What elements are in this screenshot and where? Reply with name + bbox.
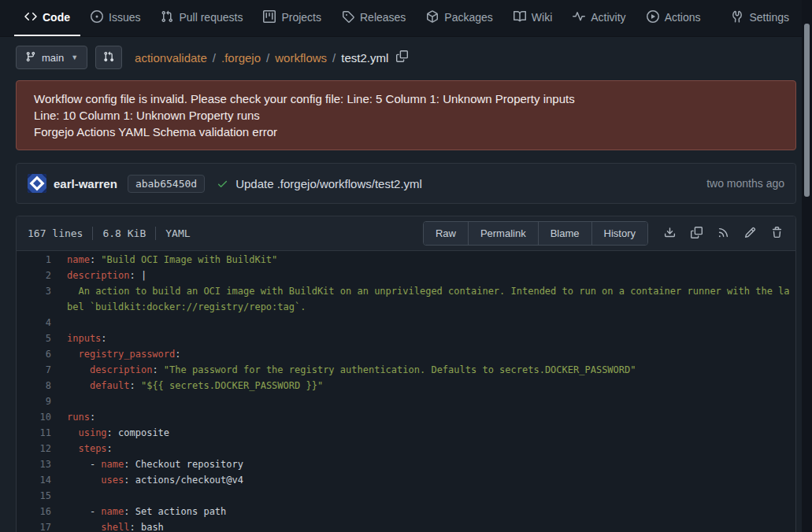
code-line: 10runs:	[17, 409, 795, 425]
tab-label: Pull requests	[179, 11, 243, 24]
tab-activity[interactable]: Activity	[562, 0, 636, 36]
breadcrumb-dir-link[interactable]: workflows	[275, 51, 327, 65]
error-line: Line: 10 Column 1: Unknown Property runs	[34, 107, 778, 124]
code-line: 5inputs:	[17, 331, 795, 346]
download-button[interactable]	[664, 227, 676, 241]
line-content: uses: actions/checkout@v4	[67, 472, 795, 488]
trash-icon	[771, 227, 783, 241]
copy-content-button[interactable]	[691, 227, 703, 241]
line-number[interactable]: 14	[17, 472, 67, 488]
file-path-toolbar: main ▼ actionvalidate / .forgejo / workf…	[16, 45, 796, 70]
line-number[interactable]: 3	[17, 283, 67, 315]
copy-icon	[691, 227, 703, 241]
file-icon-buttons	[664, 227, 784, 241]
line-number[interactable]: 11	[17, 425, 67, 441]
line-content: inputs:	[67, 331, 795, 346]
breadcrumb-current-file: test2.yml	[341, 51, 388, 65]
commit-status-check-icon[interactable]	[217, 178, 228, 190]
tab-packages[interactable]: Packages	[416, 0, 502, 36]
tab-wiki[interactable]: Wiki	[503, 0, 562, 36]
avatar[interactable]	[28, 174, 46, 193]
compare-icon	[103, 51, 114, 65]
line-number[interactable]: 9	[17, 393, 67, 409]
latest-commit-bar: earl-warren abab65450d Update .forgejo/w…	[16, 163, 796, 204]
rss-feed-button[interactable]	[717, 227, 729, 241]
commit-sha-badge[interactable]: abab65450d	[128, 175, 205, 193]
branch-name: main	[42, 52, 64, 64]
workflow-error-banner: Workflow config file is invalid. Please …	[16, 80, 796, 150]
line-number[interactable]: 1	[17, 252, 67, 268]
line-content: default: "${{ secrets.DOCKER_PASSWORD }}…	[67, 378, 795, 393]
file-view: 167 lines 6.8 KiB YAML Raw Permalink Bla…	[16, 216, 796, 532]
view-mode-button-group: Raw Permalink Blame History	[423, 221, 648, 246]
line-number[interactable]: 7	[17, 362, 67, 378]
line-content: name: "Build OCI Image with BuildKit"	[67, 252, 795, 268]
tab-settings[interactable]: Settings	[721, 0, 799, 36]
code-lines: 1name: "Build OCI Image with BuildKit"2d…	[17, 252, 795, 532]
tab-label: Wiki	[532, 11, 552, 24]
code-line: 8 default: "${{ secrets.DOCKER_PASSWORD …	[17, 378, 795, 393]
play-circle-icon	[647, 10, 659, 25]
line-content: description: "The password for the regis…	[67, 362, 795, 378]
line-content: using: composite	[67, 425, 795, 441]
tab-label: Packages	[444, 11, 492, 24]
edit-file-button[interactable]	[744, 227, 756, 241]
scrollbar-track[interactable]	[802, 0, 812, 532]
file-language: YAML	[165, 227, 190, 239]
line-number[interactable]: 16	[17, 504, 67, 519]
code-line: 12 steps:	[17, 441, 795, 456]
line-number[interactable]: 15	[17, 488, 67, 504]
code-line: 3 An action to build an OCI image with B…	[17, 283, 795, 315]
package-icon	[426, 10, 439, 25]
line-number[interactable]: 12	[17, 441, 67, 456]
divider	[92, 227, 93, 240]
tab-projects[interactable]: Projects	[253, 0, 332, 36]
history-button[interactable]: History	[591, 222, 647, 245]
code-line: 6 registry_password:	[17, 346, 795, 362]
branch-selector-button[interactable]: main ▼	[16, 46, 87, 69]
error-line: Forgejo Actions YAML Schema validation e…	[34, 124, 778, 140]
tab-releases[interactable]: Releases	[332, 0, 416, 36]
compare-button[interactable]	[95, 46, 122, 69]
line-content: description: |	[67, 268, 795, 283]
pencil-icon	[744, 227, 756, 241]
permalink-button[interactable]: Permalink	[468, 222, 538, 245]
line-number[interactable]: 4	[17, 315, 67, 331]
code-view: 1name: "Build OCI Image with BuildKit"2d…	[17, 251, 795, 532]
line-number[interactable]: 2	[17, 268, 67, 283]
line-number[interactable]: 13	[17, 456, 67, 472]
line-number[interactable]: 6	[17, 346, 67, 362]
file-line-count: 167 lines	[28, 227, 83, 239]
breadcrumb-separator: /	[213, 51, 216, 65]
tab-code[interactable]: Code	[14, 0, 80, 36]
branch-icon	[25, 51, 36, 65]
tools-icon	[731, 10, 743, 25]
scrollbar-thumb[interactable]	[804, 24, 810, 197]
tab-label: Actions	[665, 11, 701, 24]
tab-actions[interactable]: Actions	[636, 0, 711, 36]
copy-path-button[interactable]	[396, 50, 408, 65]
line-content: - name: Checkout repository	[67, 456, 795, 472]
error-line: Workflow config file is invalid. Please …	[34, 91, 778, 107]
line-content: registry_password:	[67, 346, 795, 362]
divider	[155, 227, 156, 240]
code-line: 2description: |	[17, 268, 795, 283]
commit-message-link[interactable]: Update .forgejo/workflows/test2.yml	[235, 177, 422, 190]
rss-icon	[717, 227, 729, 241]
code-line: 16 - name: Set actions path	[17, 504, 795, 519]
blame-button[interactable]: Blame	[538, 222, 591, 245]
breadcrumb: actionvalidate / .forgejo / workflows / …	[135, 51, 388, 65]
tab-pull-requests[interactable]: Pull requests	[150, 0, 253, 36]
line-number[interactable]: 5	[17, 331, 67, 346]
delete-file-button[interactable]	[771, 227, 783, 241]
line-number[interactable]: 10	[17, 409, 67, 425]
line-number[interactable]: 8	[17, 378, 67, 393]
line-number[interactable]: 17	[17, 519, 67, 532]
breadcrumb-repo-link[interactable]: actionvalidate	[135, 51, 207, 65]
download-icon	[664, 227, 676, 241]
tab-issues[interactable]: Issues	[80, 0, 150, 36]
code-icon	[24, 10, 37, 25]
breadcrumb-dir-link[interactable]: .forgejo	[221, 51, 261, 65]
commit-author-link[interactable]: earl-warren	[54, 177, 117, 190]
raw-button[interactable]: Raw	[424, 222, 468, 245]
